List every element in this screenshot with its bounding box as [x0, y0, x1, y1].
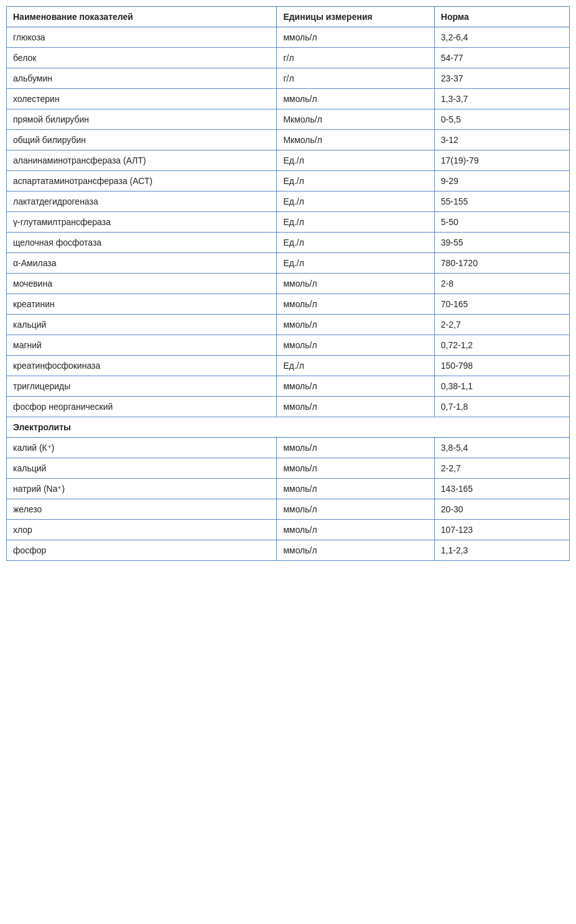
row-name: триглицериды [7, 376, 277, 397]
row-norm: 1,1-2,3 [434, 540, 569, 561]
table-row: триглицеридыммоль/л0,38-1,1 [7, 376, 570, 397]
table-row: кальцийммоль/л2-2,7 [7, 315, 570, 335]
table-row: холестеринммоль/л1,3-3,7 [7, 89, 570, 109]
table-row: калий (К⁺)ммоль/л3,8-5,4 [7, 438, 570, 458]
row-unit: ммоль/л [277, 376, 434, 397]
row-name: кальций [7, 315, 277, 335]
table-row: железоммоль/л20-30 [7, 499, 570, 520]
table-row: α-АмилазаЕд./л780-1720 [7, 253, 570, 274]
row-norm: 3,8-5,4 [434, 438, 569, 458]
row-unit: ммоль/л [277, 335, 434, 356]
row-name: аспартатаминотрансфераза (АСТ) [7, 171, 277, 192]
row-unit: Ед./л [277, 192, 434, 212]
row-unit: ммоль/л [277, 315, 434, 335]
table-row: магнийммоль/л0,72-1,2 [7, 335, 570, 356]
table-row: альбуминг/л23-37 [7, 68, 570, 89]
row-norm: 1,3-3,7 [434, 89, 569, 109]
row-unit: ммоль/л [277, 520, 434, 540]
row-name: альбумин [7, 68, 277, 89]
row-norm: 20-30 [434, 499, 569, 520]
row-name: фосфор неорганический [7, 397, 277, 417]
table-row: белокг/л54-77 [7, 48, 570, 68]
header-unit: Единицы измерения [277, 7, 434, 27]
table-row: мочевинаммоль/л2-8 [7, 274, 570, 294]
row-unit: ммоль/л [277, 294, 434, 315]
row-unit: ммоль/л [277, 274, 434, 294]
row-unit: Ед./л [277, 212, 434, 233]
row-norm: 23-37 [434, 68, 569, 89]
row-unit: Ед./л [277, 150, 434, 171]
row-norm: 0,72-1,2 [434, 335, 569, 356]
row-name: холестерин [7, 89, 277, 109]
table-row: прямой билирубинМкмоль/л0-5,5 [7, 109, 570, 130]
row-name: креатинфосфокиназа [7, 356, 277, 376]
row-name: прямой билирубин [7, 109, 277, 130]
row-norm: 143-165 [434, 479, 569, 499]
biochemistry-table: Наименование показателей Единицы измерен… [6, 6, 570, 561]
row-norm: 3,2-6,4 [434, 27, 569, 48]
row-unit: г/л [277, 68, 434, 89]
table-row: лактатдегидрогеназаЕд./л55-155 [7, 192, 570, 212]
section-header-electrolytes: Электролиты [7, 417, 570, 438]
row-unit: ммоль/л [277, 89, 434, 109]
header-norm: Норма [434, 7, 569, 27]
row-norm: 70-165 [434, 294, 569, 315]
table-row: креатинфосфокиназаЕд./л150-798 [7, 356, 570, 376]
row-norm: 0,7-1,8 [434, 397, 569, 417]
row-name: щелочная фосфотаза [7, 233, 277, 253]
row-norm: 780-1720 [434, 253, 569, 274]
row-name: мочевина [7, 274, 277, 294]
main-rows-body: глюкозаммоль/л3,2-6,4белокг/л54-77альбум… [7, 27, 570, 561]
table-row: кальцийммоль/л2-2,7 [7, 458, 570, 479]
row-norm: 2-2,7 [434, 458, 569, 479]
row-unit: Ед./л [277, 171, 434, 192]
row-norm: 2-8 [434, 274, 569, 294]
row-name: лактатдегидрогеназа [7, 192, 277, 212]
row-name: кальций [7, 458, 277, 479]
row-norm: 0-5,5 [434, 109, 569, 130]
row-name: магний [7, 335, 277, 356]
table-row: натрий (Na⁺)ммоль/л143-165 [7, 479, 570, 499]
row-name: аланинаминотрансфераза (АЛТ) [7, 150, 277, 171]
row-unit: ммоль/л [277, 499, 434, 520]
row-name: γ-глутамилтрансфераза [7, 212, 277, 233]
table-row: глюкозаммоль/л3,2-6,4 [7, 27, 570, 48]
row-unit: ммоль/л [277, 438, 434, 458]
section-label-electrolytes: Электролиты [7, 417, 570, 438]
row-norm: 9-29 [434, 171, 569, 192]
table-row: креатининммоль/л70-165 [7, 294, 570, 315]
row-norm: 54-77 [434, 48, 569, 68]
table-row: щелочная фосфотазаЕд./л39-55 [7, 233, 570, 253]
row-norm: 55-155 [434, 192, 569, 212]
table-container: Наименование показателей Единицы измерен… [0, 0, 576, 567]
row-name: фосфор [7, 540, 277, 561]
row-norm: 107-123 [434, 520, 569, 540]
row-name: α-Амилаза [7, 253, 277, 274]
row-norm: 3-12 [434, 130, 569, 150]
row-unit: ммоль/л [277, 397, 434, 417]
row-unit: Мкмоль/л [277, 130, 434, 150]
row-unit: ммоль/л [277, 27, 434, 48]
row-norm: 39-55 [434, 233, 569, 253]
row-unit: Мкмоль/л [277, 109, 434, 130]
table-row: фосфор неорганическийммоль/л0,7-1,8 [7, 397, 570, 417]
table-row: общий билирубинМкмоль/л3-12 [7, 130, 570, 150]
row-unit: Ед./л [277, 233, 434, 253]
row-name: хлор [7, 520, 277, 540]
row-name: натрий (Na⁺) [7, 479, 277, 499]
table-row: аспартатаминотрансфераза (АСТ)Ед./л9-29 [7, 171, 570, 192]
row-unit: ммоль/л [277, 540, 434, 561]
table-header-row: Наименование показателей Единицы измерен… [7, 7, 570, 27]
table-row: хлорммоль/л107-123 [7, 520, 570, 540]
row-unit: ммоль/л [277, 458, 434, 479]
row-unit: г/л [277, 48, 434, 68]
row-name: глюкоза [7, 27, 277, 48]
header-name: Наименование показателей [7, 7, 277, 27]
row-norm: 17(19)-79 [434, 150, 569, 171]
row-norm: 150-798 [434, 356, 569, 376]
row-name: калий (К⁺) [7, 438, 277, 458]
row-name: общий билирубин [7, 130, 277, 150]
row-norm: 2-2,7 [434, 315, 569, 335]
row-unit: Ед./л [277, 253, 434, 274]
row-name: железо [7, 499, 277, 520]
